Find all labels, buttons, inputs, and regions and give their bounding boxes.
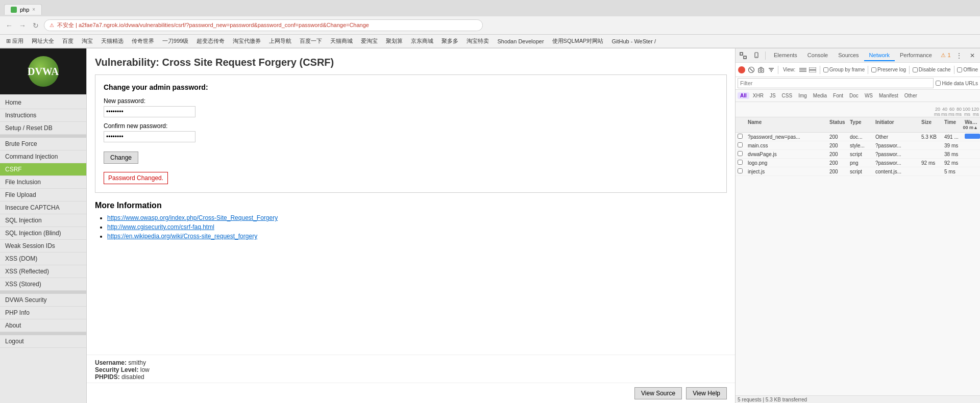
sidebar-item-instructions[interactable]: Instructions xyxy=(0,109,86,122)
forward-button[interactable]: → xyxy=(17,20,28,31)
hide-data-urls-checkbox[interactable] xyxy=(936,81,941,86)
cgisecurity-link[interactable]: http://www.cgisecurity.com/csrf-faq.html xyxy=(107,223,214,231)
col-header-name[interactable]: Name xyxy=(746,118,827,131)
col-header-time[interactable]: Time xyxy=(942,118,963,131)
sidebar-item-sql-injection[interactable]: SQL Injection xyxy=(0,214,86,227)
filter-xhr[interactable]: XHR xyxy=(750,92,766,99)
change-button[interactable]: Change xyxy=(104,152,138,164)
new-password-input[interactable] xyxy=(104,106,195,117)
network-row-2[interactable]: main.css 200 style... ?passwor... 39 ms xyxy=(736,141,980,150)
bookmark-sqlmap[interactable]: 使用SQLMAP对网站 xyxy=(550,37,606,45)
confirm-password-input[interactable] xyxy=(104,131,195,142)
filter-img[interactable]: Img xyxy=(796,92,810,99)
sidebar-item-setup[interactable]: Setup / Reset DB xyxy=(0,122,86,135)
row-check-2[interactable] xyxy=(738,142,743,147)
sidebar-item-about[interactable]: About xyxy=(0,319,86,332)
devtools-warning-btn[interactable]: ⚠ 1 xyxy=(940,50,951,61)
bookmark-tmall-mall[interactable]: 天猫商城 xyxy=(328,37,355,45)
disable-cache-checkbox[interactable] xyxy=(913,67,918,72)
filter-js[interactable]: JS xyxy=(767,92,778,99)
tab-elements[interactable]: Elements xyxy=(769,50,802,61)
filter-input[interactable] xyxy=(738,78,934,88)
tab-close-btn[interactable]: × xyxy=(32,7,35,12)
row-check-5[interactable] xyxy=(738,168,743,173)
offline-checkbox[interactable] xyxy=(957,67,962,72)
view-source-button[interactable]: View Source xyxy=(634,387,682,399)
col-header-type[interactable]: Type xyxy=(848,118,873,131)
row-check-1[interactable] xyxy=(738,134,743,139)
wikipedia-link[interactable]: https://en.wikipedia.org/wiki/Cross-site… xyxy=(107,233,257,240)
bookmark-juduoduo[interactable]: 聚多多 xyxy=(439,37,460,45)
network-row-1[interactable]: ?password_new=pas... 200 doc... Other 5.… xyxy=(736,133,980,141)
filter-css[interactable]: CSS xyxy=(779,92,795,99)
bookmark-jd[interactable]: 京东商城 xyxy=(409,37,435,45)
col-header-status[interactable]: Status xyxy=(827,118,848,131)
filter-all[interactable]: All xyxy=(738,92,749,99)
bookmark-nav[interactable]: 上网导航 xyxy=(267,37,293,45)
sidebar-item-csrf[interactable]: CSRF xyxy=(0,163,86,176)
devtools-mobile-btn[interactable] xyxy=(751,50,762,61)
sidebar-item-xss-reflected[interactable]: XSS (Reflected) xyxy=(0,265,86,278)
sidebar-item-file-inclusion[interactable]: File Inclusion xyxy=(0,176,86,189)
bookmark-apps[interactable]: ⊞ 应用 xyxy=(4,37,26,45)
sidebar-item-xss-stored[interactable]: XSS (Stored) xyxy=(0,278,86,291)
row-check-4[interactable] xyxy=(738,160,743,165)
url-bar[interactable]: ⚠ 不安全 | a2fae7a7.ngrok.io/dvwa/vulnerabi… xyxy=(44,19,483,31)
bookmark-taobao-special[interactable]: 淘宝特卖 xyxy=(464,37,491,45)
sidebar-item-sql-injection-blind[interactable]: SQL Injection (Blind) xyxy=(0,227,86,240)
bookmark-999[interactable]: 一刀999级 xyxy=(160,37,190,45)
tab-sources[interactable]: Sources xyxy=(833,50,864,61)
back-button[interactable]: ← xyxy=(4,20,14,31)
bookmark-baidu[interactable]: 百度 xyxy=(60,37,76,45)
clear-button[interactable] xyxy=(747,64,755,75)
devtools-inspect-btn[interactable] xyxy=(738,50,749,61)
bookmark-cq-world[interactable]: 传奇世界 xyxy=(130,37,156,45)
sidebar-item-insecure-captcha[interactable]: Insecure CAPTCHA xyxy=(0,202,86,214)
network-row-4[interactable]: logo.png 200 png ?passwor... 92 ms 92 ms xyxy=(736,159,980,167)
bookmark-juhuasuan[interactable]: 聚划算 xyxy=(384,37,405,45)
tab-memory[interactable]: Memory xyxy=(937,50,938,61)
tab-console[interactable]: Console xyxy=(802,50,833,61)
reload-button[interactable]: ↻ xyxy=(31,20,41,31)
view-help-button[interactable]: View Help xyxy=(686,387,727,399)
sidebar-item-command-injection[interactable]: Command Injection xyxy=(0,150,86,163)
filter-font[interactable]: Font xyxy=(830,92,846,99)
bookmark-shodan[interactable]: Shodan Developer xyxy=(495,38,546,45)
network-row-3[interactable]: dvwaPage.js 200 script ?passwor... 38 ms xyxy=(736,150,980,159)
filter-toggle-btn[interactable] xyxy=(767,64,775,75)
tab-network[interactable]: Network xyxy=(864,50,895,61)
devtools-settings-btn[interactable]: ⋮ xyxy=(953,50,965,61)
filter-doc[interactable]: Doc xyxy=(847,92,861,99)
sidebar-item-brute-force[interactable]: Brute Force xyxy=(0,138,86,150)
sidebar-item-weak-session-ids[interactable]: Weak Session IDs xyxy=(0,240,86,253)
devtools-close-btn[interactable]: ✕ xyxy=(967,50,978,61)
col-header-size[interactable]: Size xyxy=(919,118,942,131)
large-rows-btn[interactable] xyxy=(809,64,817,75)
col-header-initiator[interactable]: Initiator xyxy=(873,118,919,131)
sidebar-item-dvwa-security[interactable]: DVWA Security xyxy=(0,294,86,307)
bookmark-github[interactable]: GitHub - WeSter / xyxy=(609,38,658,45)
filter-ws[interactable]: WS xyxy=(862,92,875,99)
sidebar-item-php-info[interactable]: PHP Info xyxy=(0,307,86,319)
bookmark-super-cq[interactable]: 超变态传奇 xyxy=(194,37,227,45)
sidebar-item-file-upload[interactable]: File Upload xyxy=(0,189,86,202)
sidebar-item-home[interactable]: Home xyxy=(0,96,86,109)
bookmark-taobao-coupon[interactable]: 淘宝代缴券 xyxy=(231,37,263,45)
sidebar-item-logout[interactable]: Logout xyxy=(0,335,86,348)
bookmark-baidu-search[interactable]: 百度一下 xyxy=(298,37,324,45)
owasp-link[interactable]: https://www.owasp.org/index.php/Cross-Si… xyxy=(107,214,278,221)
bookmark-url-nav[interactable]: 网址大全 xyxy=(30,37,56,45)
capture-screenshot-btn[interactable] xyxy=(757,64,765,75)
network-row-5[interactable]: inject.js 200 script content.js... 5 ms xyxy=(736,167,980,176)
record-button[interactable] xyxy=(738,64,745,75)
bookmark-tmall[interactable]: 天猫精选 xyxy=(99,37,126,45)
filter-media[interactable]: Media xyxy=(811,92,829,99)
col-header-waterfall[interactable]: Waterfall 150.00 m▲ xyxy=(963,118,980,131)
preserve-log-checkbox[interactable] xyxy=(871,67,876,72)
bookmark-ai-taobao[interactable]: 爱淘宝 xyxy=(359,37,380,45)
tab-performance[interactable]: Performance xyxy=(895,50,937,61)
row-check-3[interactable] xyxy=(738,151,743,156)
bookmark-taobao[interactable]: 淘宝 xyxy=(80,37,95,45)
filter-manifest[interactable]: Manifest xyxy=(876,92,901,99)
sidebar-item-xss-dom[interactable]: XSS (DOM) xyxy=(0,253,86,265)
